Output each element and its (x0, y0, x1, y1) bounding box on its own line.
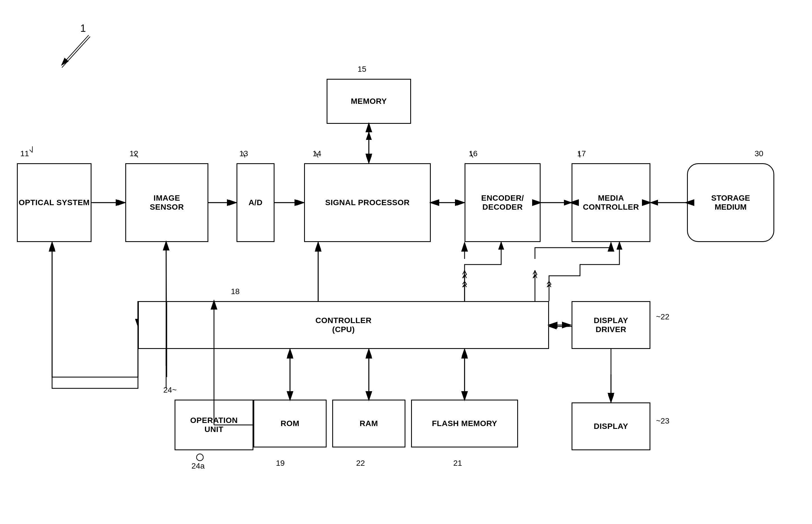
ref-24a-symbol (196, 453, 204, 461)
ref-15: 15 (358, 65, 366, 74)
memory-label: MEMORY (351, 97, 387, 106)
image-sensor-label: IMAGESENSOR (150, 194, 184, 212)
ref-14: 14 (312, 149, 321, 158)
svg-line-3 (62, 37, 90, 67)
ram-label: RAM (359, 419, 378, 428)
ref-24: 24~ (163, 386, 177, 395)
ref-19: 19 (276, 459, 285, 468)
media-controller-block: MEDIACONTROLLER (571, 163, 650, 242)
operation-unit-block: OPERATIONUNIT (175, 399, 254, 450)
ref-21: 21 (453, 459, 462, 468)
rom-block: ROM (254, 399, 327, 447)
display-block: DISPLAY (571, 403, 650, 450)
svg-point-22 (196, 454, 203, 461)
encoder-decoder-block: ENCODER/DECODER (465, 163, 540, 242)
flash-memory-label: FLASH MEMORY (432, 419, 497, 428)
encoder-decoder-label: ENCODER/DECODER (481, 194, 524, 212)
optical-system-block: OPTICAL SYSTEM (17, 163, 92, 242)
ref-13: 13 (239, 149, 248, 158)
ref-22-display: ~22 (656, 312, 669, 322)
ram-block: RAM (332, 399, 405, 447)
operation-unit-label: OPERATIONUNIT (190, 416, 238, 434)
diagram-container: OPTICAL SYSTEM 11 IMAGESENSOR 12 A/D 13 … (0, 0, 812, 524)
ref-11-arrow (28, 146, 37, 155)
ref-17: 17 (577, 149, 586, 158)
controller-label: CONTROLLER(CPU) (315, 316, 371, 334)
svg-line-21 (30, 150, 32, 152)
ref-11: 11 (20, 149, 29, 158)
display-driver-label: DISPLAYDRIVER (594, 316, 628, 334)
display-driver-block: DISPLAYDRIVER (571, 301, 650, 349)
optical-system-label: OPTICAL SYSTEM (19, 198, 90, 207)
ref-30: 30 (754, 149, 763, 158)
flash-memory-block: FLASH MEMORY (411, 399, 518, 447)
ref-16: 16 (469, 149, 477, 158)
storage-medium-block: STORAGEMEDIUM (687, 163, 774, 242)
media-controller-label: MEDIACONTROLLER (583, 194, 639, 212)
ref-24a: 24a (192, 461, 205, 471)
ad-label: A/D (249, 198, 263, 207)
display-label: DISPLAY (594, 422, 628, 431)
image-sensor-block: IMAGESENSOR (125, 163, 208, 242)
signal-processor-label: SIGNAL PROCESSOR (325, 198, 410, 207)
ref-1-main: 1 (80, 22, 86, 34)
rom-label: ROM (281, 419, 299, 428)
memory-block: MEMORY (327, 79, 411, 124)
ref-18: 18 (231, 287, 240, 296)
ref-23: ~23 (656, 416, 669, 426)
ad-block: A/D (237, 163, 275, 242)
ref-12: 12 (130, 149, 138, 158)
signal-processor-block: SIGNAL PROCESSOR (304, 163, 431, 242)
controller-block: CONTROLLER(CPU) (138, 301, 549, 349)
storage-medium-label: STORAGEMEDIUM (711, 194, 750, 212)
ref-20: 22 (356, 459, 365, 468)
